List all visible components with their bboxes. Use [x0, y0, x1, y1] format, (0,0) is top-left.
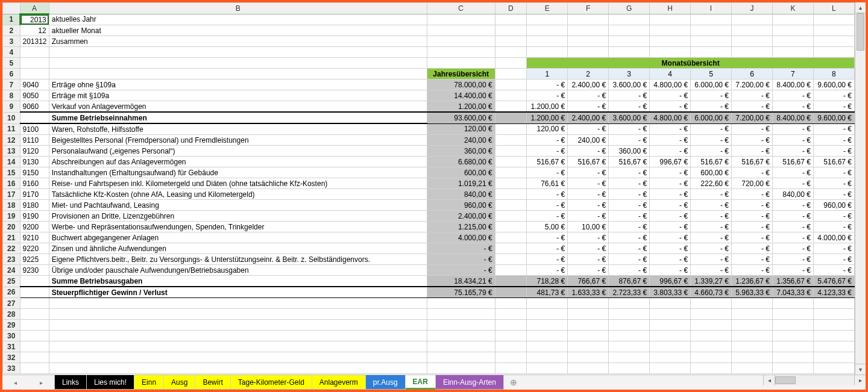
- month-value[interactable]: - €: [650, 189, 691, 200]
- month-value[interactable]: 718,28 €: [527, 276, 568, 287]
- year-value[interactable]: - €: [427, 254, 495, 265]
- code-cell[interactable]: 9120: [20, 146, 49, 157]
- col-J[interactable]: J: [732, 3, 773, 14]
- cell[interactable]: [813, 47, 854, 58]
- month-value[interactable]: - €: [813, 265, 854, 276]
- month-value[interactable]: - €: [609, 265, 650, 276]
- row-4[interactable]: 4: [3, 47, 20, 58]
- month-value[interactable]: - €: [732, 200, 773, 211]
- month-value[interactable]: - €: [691, 189, 732, 200]
- cell[interactable]: [495, 14, 527, 25]
- row-12[interactable]: 12: [3, 135, 20, 146]
- month-value[interactable]: - €: [650, 265, 691, 276]
- scroll-left-icon[interactable]: ◂: [763, 375, 775, 385]
- month-value[interactable]: 516,67 €: [813, 157, 854, 167]
- code-cell[interactable]: 9110: [20, 135, 49, 146]
- month-value[interactable]: - €: [527, 265, 568, 276]
- month-value[interactable]: - €: [772, 211, 813, 222]
- cell[interactable]: [495, 157, 527, 167]
- cell[interactable]: [427, 298, 495, 309]
- cell[interactable]: [20, 331, 49, 341]
- month-value[interactable]: - €: [772, 254, 813, 265]
- cell[interactable]: [495, 211, 527, 222]
- month-value[interactable]: 876,67 €: [609, 276, 650, 287]
- row-22[interactable]: 22: [3, 243, 20, 254]
- vscroll-thumb[interactable]: [857, 13, 864, 51]
- code-cell[interactable]: 9180: [20, 200, 49, 211]
- label-cell[interactable]: Instandhaltungen (Erhaltungsaufwand) für…: [49, 167, 427, 178]
- month-value[interactable]: 3.600,00 €: [609, 79, 650, 90]
- row-14[interactable]: 14: [3, 157, 20, 167]
- row-21[interactable]: 21: [3, 232, 20, 243]
- month-value[interactable]: 1.339,27 €: [691, 276, 732, 287]
- cell[interactable]: [609, 363, 650, 374]
- cell[interactable]: [650, 47, 691, 58]
- cell[interactable]: [732, 36, 773, 47]
- cell[interactable]: [650, 352, 691, 363]
- cell[interactable]: [495, 276, 527, 287]
- cell[interactable]: [527, 331, 568, 341]
- cell[interactable]: [609, 341, 650, 352]
- cell[interactable]: [20, 298, 49, 309]
- month-value[interactable]: 9.600,00 €: [813, 112, 854, 123]
- cell[interactable]: [650, 36, 691, 47]
- year-value[interactable]: 75.165,79 €: [427, 287, 495, 298]
- cell[interactable]: [568, 309, 609, 320]
- cell[interactable]: [732, 25, 773, 36]
- month-value[interactable]: - €: [732, 222, 773, 232]
- month-value[interactable]: 996,67 €: [650, 276, 691, 287]
- cell[interactable]: [813, 309, 854, 320]
- cell[interactable]: [813, 341, 854, 352]
- label-cell[interactable]: Werbe- und Repräsentationsaufwendungen, …: [49, 222, 427, 232]
- cell[interactable]: [772, 341, 813, 352]
- cell[interactable]: [495, 363, 527, 374]
- month-value[interactable]: - €: [568, 211, 609, 222]
- month-value[interactable]: - €: [813, 146, 854, 157]
- col-A[interactable]: A: [20, 3, 49, 14]
- cell[interactable]: [732, 352, 773, 363]
- cell[interactable]: [495, 331, 527, 341]
- cell[interactable]: [732, 47, 773, 58]
- cell[interactable]: [427, 309, 495, 320]
- month-value[interactable]: 720,00 €: [732, 178, 773, 189]
- month-value[interactable]: - €: [772, 135, 813, 146]
- month-value[interactable]: - €: [691, 123, 732, 135]
- month-value[interactable]: 5,00 €: [527, 222, 568, 232]
- month-value[interactable]: - €: [568, 167, 609, 178]
- row-32[interactable]: 32: [3, 352, 20, 363]
- month-value[interactable]: 9.600,00 €: [813, 79, 854, 90]
- month-value[interactable]: 360,00 €: [609, 146, 650, 157]
- month-value[interactable]: - €: [772, 265, 813, 276]
- code-cell[interactable]: [20, 112, 49, 123]
- cell[interactable]: [691, 25, 732, 36]
- cell[interactable]: [691, 298, 732, 309]
- month-value[interactable]: - €: [609, 232, 650, 243]
- cell[interactable]: [691, 363, 732, 374]
- month-value[interactable]: 516,67 €: [772, 157, 813, 167]
- month-value[interactable]: 5.476,67 €: [813, 276, 854, 287]
- cell[interactable]: [527, 363, 568, 374]
- cell-B1[interactable]: aktuelles Jahr: [49, 14, 427, 25]
- month-col-8[interactable]: 8: [813, 69, 854, 79]
- month-value[interactable]: - €: [691, 200, 732, 211]
- cell[interactable]: [772, 320, 813, 331]
- month-value[interactable]: - €: [527, 90, 568, 101]
- month-value[interactable]: - €: [813, 211, 854, 222]
- cell[interactable]: [813, 352, 854, 363]
- month-col-3[interactable]: 3: [609, 69, 650, 79]
- cell[interactable]: [691, 36, 732, 47]
- cell[interactable]: [772, 298, 813, 309]
- month-value[interactable]: - €: [568, 243, 609, 254]
- month-value[interactable]: - €: [527, 79, 568, 90]
- month-value[interactable]: 6.000,00 €: [691, 112, 732, 123]
- cell[interactable]: [732, 331, 773, 341]
- month-value[interactable]: 120,00 €: [527, 123, 568, 135]
- label-cell[interactable]: Übrige und/oder pauschale Aufwendungen/B…: [49, 265, 427, 276]
- label-cell[interactable]: Erträge ohne §109a: [49, 79, 427, 90]
- month-value[interactable]: - €: [813, 123, 854, 135]
- cell[interactable]: [691, 331, 732, 341]
- cell[interactable]: [568, 331, 609, 341]
- month-value[interactable]: 10,00 €: [568, 222, 609, 232]
- month-value[interactable]: - €: [813, 189, 854, 200]
- month-value[interactable]: 4.660,73 €: [691, 287, 732, 298]
